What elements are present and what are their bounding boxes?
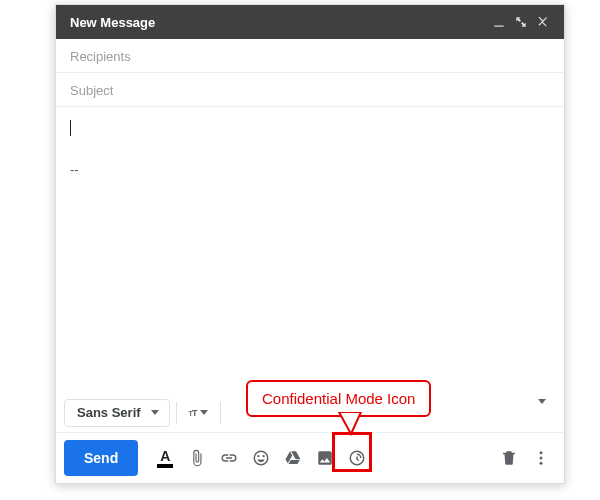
fullscreen-button[interactable] xyxy=(510,11,532,33)
text-color-icon: A xyxy=(157,449,173,468)
insert-emoji-button[interactable] xyxy=(246,443,276,473)
drive-icon xyxy=(284,449,302,467)
more-formatting-button[interactable] xyxy=(528,404,556,422)
divider xyxy=(176,402,177,424)
svg-point-1 xyxy=(540,451,543,454)
chevron-down-icon xyxy=(151,410,159,415)
compose-window: New Message Recipients Subject -- Sans S… xyxy=(55,4,565,484)
link-icon xyxy=(220,449,238,467)
paperclip-icon xyxy=(188,449,206,467)
close-icon xyxy=(536,15,550,29)
insert-photo-button[interactable] xyxy=(310,443,340,473)
discard-draft-button[interactable] xyxy=(494,443,524,473)
minimize-icon xyxy=(492,15,506,29)
chevron-down-icon xyxy=(538,399,546,421)
insert-link-button[interactable] xyxy=(214,443,244,473)
more-vert-icon xyxy=(532,449,550,467)
confidential-mode-button[interactable] xyxy=(342,443,372,473)
close-button[interactable] xyxy=(532,11,554,33)
font-size-button[interactable]: TT xyxy=(183,399,215,427)
svg-point-2 xyxy=(540,457,543,460)
formatting-toolbar: Sans Serif TT xyxy=(56,393,564,433)
signature-divider: -- xyxy=(70,162,550,177)
window-title: New Message xyxy=(70,15,155,30)
more-options-button[interactable] xyxy=(526,443,556,473)
recipients-placeholder: Recipients xyxy=(70,49,131,64)
text-color-button[interactable]: A xyxy=(150,443,180,473)
font-family-label: Sans Serif xyxy=(77,405,141,420)
divider xyxy=(220,402,221,424)
chevron-down-icon xyxy=(200,410,208,415)
minimize-button[interactable] xyxy=(488,11,510,33)
subject-field[interactable]: Subject xyxy=(56,73,564,107)
send-label: Send xyxy=(84,450,118,466)
image-icon xyxy=(316,449,334,467)
emoji-icon xyxy=(252,449,270,467)
font-size-icon: TT xyxy=(189,408,197,418)
subject-placeholder: Subject xyxy=(70,83,113,98)
svg-point-3 xyxy=(540,462,543,465)
trash-icon xyxy=(500,449,518,467)
text-cursor xyxy=(70,120,71,136)
confidential-mode-icon xyxy=(348,449,366,467)
message-body[interactable]: -- xyxy=(56,107,564,393)
titlebar: New Message xyxy=(56,5,564,39)
bottom-toolbar: Send A xyxy=(56,433,564,483)
insert-drive-button[interactable] xyxy=(278,443,308,473)
font-family-select[interactable]: Sans Serif xyxy=(64,399,170,427)
expand-icon xyxy=(514,15,528,29)
send-button[interactable]: Send xyxy=(64,440,138,476)
recipients-field[interactable]: Recipients xyxy=(56,39,564,73)
attach-file-button[interactable] xyxy=(182,443,212,473)
svg-rect-0 xyxy=(494,26,503,27)
